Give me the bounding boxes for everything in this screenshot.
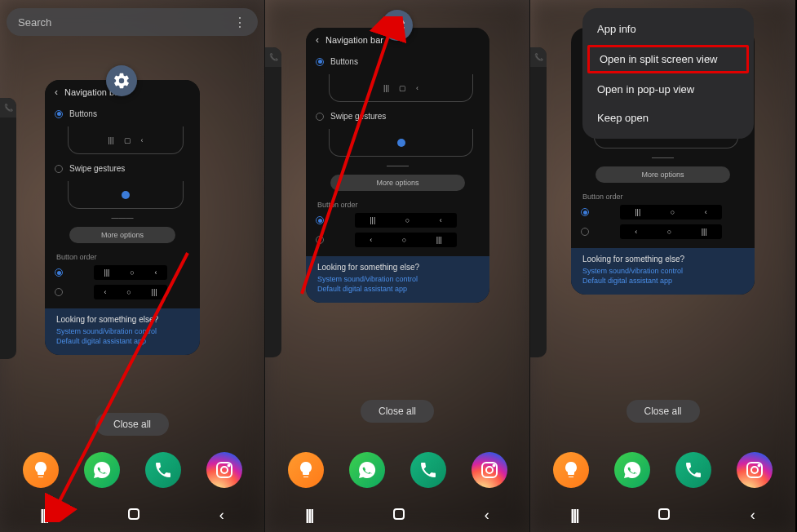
dock-phone-icon[interactable] [410, 452, 446, 488]
nav-back-button[interactable]: ‹ [219, 507, 224, 524]
svg-point-1 [221, 467, 228, 473]
ctx-split-screen[interactable]: Open in split screen view [587, 45, 749, 73]
close-all-button[interactable]: Close all [95, 413, 169, 436]
more-icon[interactable]: ⋮ [233, 15, 246, 30]
settings-app-icon[interactable] [382, 10, 413, 41]
gesture-dot [122, 191, 130, 199]
radio-checked-icon [316, 58, 324, 66]
button-order-label: Button order [306, 196, 489, 211]
gear-icon [113, 72, 131, 90]
radio-off-icon [55, 288, 63, 296]
looking-panel: Looking for something else? System sound… [45, 308, 200, 355]
dock-instagram-icon[interactable] [737, 452, 773, 488]
gesture-hint-line: ——— [571, 153, 755, 162]
buttons-label: Buttons [330, 57, 358, 66]
recents-search[interactable]: Search ⋮ [7, 8, 258, 36]
dock-phone-icon[interactable] [675, 452, 711, 488]
order-option-2[interactable]: ‹○||| [45, 282, 200, 302]
link-assistant[interactable]: Default digital assistant app [317, 285, 478, 293]
adjacent-app-sliver[interactable]: 📞 [265, 47, 281, 357]
recent-app-card[interactable]: ‹ Navigation bar Buttons ||| ▢ ‹ Swipe g… [45, 80, 200, 355]
frame-3: 📞 ——— More options Button order |||○‹ ‹○… [530, 0, 795, 532]
order-option-1[interactable]: |||○‹ [45, 263, 200, 282]
back-icon[interactable]: ‹ [55, 86, 58, 98]
dock-whatsapp-icon[interactable] [84, 452, 120, 488]
buttons-label: Buttons [69, 109, 97, 118]
looking-panel: Looking for something else? System sound… [571, 248, 755, 295]
nav-recents-button[interactable]: ||| [570, 507, 578, 524]
frame-1: Search ⋮ 📞 ‹ Navigation bar Buttons ||| … [0, 0, 265, 532]
dock-phone-icon[interactable] [145, 452, 181, 488]
radio-off-icon [55, 165, 63, 173]
option-buttons[interactable]: Buttons [45, 104, 200, 123]
buttons-visual: ||| ▢ ‹ [68, 126, 184, 154]
home-sym: ▢ [124, 136, 131, 144]
option-swipe[interactable]: Swipe gestures [45, 159, 200, 178]
recent-app-card[interactable]: ‹ Navigation bar Buttons |||▢‹ Swipe ges… [306, 28, 489, 303]
link-sound[interactable]: System sound/vibration control [317, 275, 478, 283]
nav-recents-button[interactable]: ||| [305, 507, 312, 524]
phone-icon: 📞 [4, 104, 13, 112]
dock [530, 452, 795, 488]
order-option-2[interactable]: ‹○||| [571, 222, 755, 242]
dock-instagram-icon[interactable] [206, 452, 242, 488]
frame-2: 📞 ‹ Navigation bar Buttons |||▢‹ Swipe g… [265, 0, 530, 532]
gear-icon [388, 16, 406, 34]
back-sym: ‹ [141, 136, 144, 144]
gesture-dot [397, 139, 405, 147]
link-assistant[interactable]: Default digital assistant app [582, 277, 743, 285]
svg-point-10 [759, 465, 760, 467]
option-buttons[interactable]: Buttons [306, 52, 489, 71]
nav-home-button[interactable] [658, 507, 670, 524]
system-nav-bar: ||| ‹ [530, 507, 795, 524]
order-option-2[interactable]: ‹○||| [306, 230, 489, 250]
dock-instagram-icon[interactable] [472, 452, 507, 488]
radio-off-icon [316, 236, 324, 244]
adjacent-app-sliver[interactable]: 📞 [530, 47, 547, 357]
close-all-button[interactable]: Close all [361, 400, 434, 423]
svg-point-5 [486, 467, 493, 473]
close-all-button[interactable]: Close all [626, 400, 699, 423]
nav-home-button[interactable] [393, 507, 405, 524]
button-order-label: Button order [571, 188, 755, 202]
dock-whatsapp-icon[interactable] [614, 452, 650, 488]
swipe-visual [329, 129, 473, 157]
order-option-1[interactable]: |||○‹ [306, 211, 489, 230]
dock-tips-icon[interactable] [553, 452, 589, 488]
ctx-popup-view[interactable]: Open in pop-up view [582, 75, 754, 104]
dock [0, 452, 264, 488]
radio-checked-icon [55, 110, 63, 118]
dock-whatsapp-icon[interactable] [349, 452, 385, 488]
dock-tips-icon[interactable] [288, 452, 324, 488]
settings-app-icon[interactable] [106, 65, 137, 96]
nav-recents-button[interactable]: ||| [40, 507, 47, 524]
link-sound[interactable]: System sound/vibration control [582, 267, 743, 275]
link-sound[interactable]: System sound/vibration control [56, 327, 188, 335]
recents-sym: ||| [108, 136, 113, 144]
more-options-button[interactable]: More options [69, 227, 175, 243]
looking-title: Looking for something else? [56, 315, 188, 324]
nav-back-button[interactable]: ‹ [751, 507, 755, 524]
nav-back-button[interactable]: ‹ [485, 507, 489, 524]
link-assistant[interactable]: Default digital assistant app [56, 337, 188, 345]
gesture-hint-line: ——— [45, 214, 200, 222]
adjacent-app-sliver[interactable]: 📞 [0, 98, 16, 359]
back-icon[interactable]: ‹ [316, 34, 319, 46]
radio-checked-icon [55, 268, 63, 277]
more-options-button[interactable]: More options [330, 175, 465, 191]
swipe-visual [68, 181, 184, 209]
order-option-1[interactable]: |||○‹ [571, 202, 755, 222]
radio-off-icon [581, 228, 589, 236]
phone-icon: 📞 [269, 53, 278, 61]
option-swipe[interactable]: Swipe gestures [306, 107, 489, 126]
system-nav-bar: ||| ‹ [265, 507, 529, 524]
ctx-app-info[interactable]: App info [582, 15, 754, 43]
buttons-visual: |||▢‹ [329, 74, 473, 102]
more-options-button[interactable]: More options [596, 166, 730, 183]
system-nav-bar: ||| ‹ [0, 507, 264, 524]
dock-tips-icon[interactable] [23, 452, 59, 488]
screenshot-triptych: Search ⋮ 📞 ‹ Navigation bar Buttons ||| … [0, 0, 797, 532]
looking-panel: Looking for something else? System sound… [306, 256, 489, 303]
ctx-keep-open[interactable]: Keep open [582, 104, 754, 132]
nav-home-button[interactable] [128, 507, 139, 524]
